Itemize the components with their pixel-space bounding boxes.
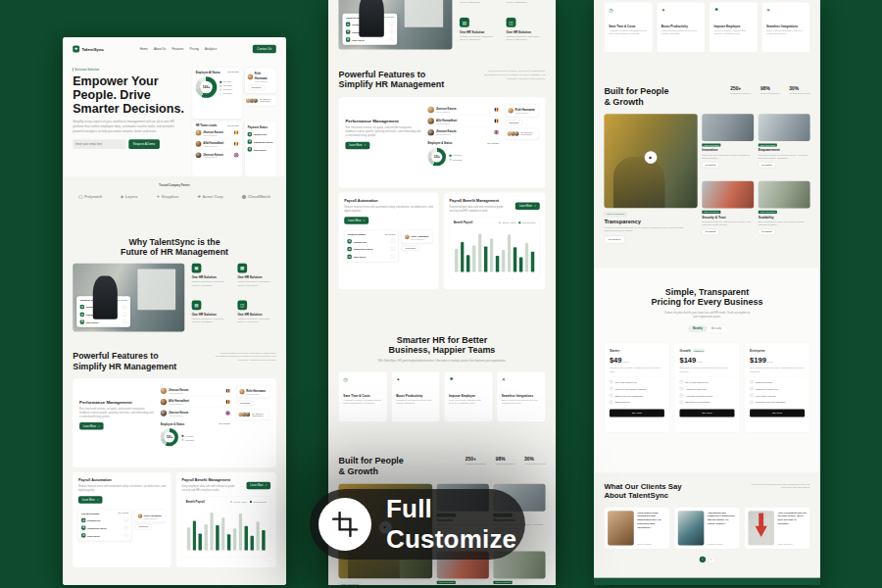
play-button[interactable]: ▶ bbox=[645, 151, 658, 164]
see-details-link[interactable]: See Details bbox=[487, 142, 499, 145]
payment-row: ▤ Transaction Payroll bbox=[248, 139, 273, 144]
partner-logo: ✦Sisyphus bbox=[157, 194, 179, 199]
hiring-partner-card: 35+ Employee hiring Partner bbox=[245, 96, 276, 106]
bar bbox=[490, 239, 493, 272]
team-member-row: Jhonson KarunaHR Recruitment bbox=[428, 126, 500, 137]
contact-us-button[interactable]: Contact Us bbox=[253, 45, 276, 54]
hero-dashboard-cards: Employee AI Status See Details 120+ Full… bbox=[192, 68, 275, 176]
hr-team-leads-card: HR Teams Leads See Details Jhonson Karun… bbox=[192, 122, 242, 176]
plus-button[interactable]: + bbox=[389, 22, 394, 26]
learn-more-button[interactable]: Learn More↗ bbox=[79, 422, 103, 429]
benefit-payroll-chart: Benefit Payroll Payroll Admin Multi Serv… bbox=[450, 217, 540, 278]
check-icon: ✓ bbox=[750, 401, 754, 405]
learn-more-button[interactable]: Learn More↗ bbox=[515, 203, 540, 211]
request-demo-button[interactable]: Request A Demo bbox=[128, 139, 160, 149]
plus-button[interactable]: + bbox=[389, 37, 394, 42]
toggle-monthly[interactable]: Monthly bbox=[688, 325, 707, 331]
recruitment-tag: Visible Recruitment bbox=[702, 143, 720, 146]
see-details-link[interactable]: See Details bbox=[227, 124, 239, 127]
bar bbox=[484, 246, 487, 271]
candidate-button[interactable]: Candidate bbox=[135, 524, 153, 529]
plus-button[interactable]: + bbox=[391, 247, 396, 252]
buy-now-button[interactable]: Buy Now bbox=[610, 410, 664, 417]
candidate-button[interactable]: Candidate bbox=[505, 120, 522, 125]
plus-button[interactable]: + bbox=[391, 239, 396, 244]
plus-button[interactable]: + bbox=[391, 255, 396, 260]
nav-link-analytics[interactable]: Analytics bbox=[205, 47, 217, 50]
benefit-card: ✦ Boost Productivity Managers and employ… bbox=[391, 371, 440, 422]
learn-more-button[interactable]: Learn More↗ bbox=[78, 496, 102, 503]
built-section: Built for People& Growth 250+Companies g… bbox=[594, 76, 820, 268]
get-started-button[interactable]: Get Started bbox=[702, 162, 718, 168]
payment-status-mini-card: Payment Status See Details ▤ Payment Due… bbox=[344, 230, 398, 262]
hourglass-icon: ◫ bbox=[507, 18, 516, 27]
buy-now-button[interactable]: Buy Now bbox=[750, 410, 805, 417]
see-details-link[interactable]: See Details bbox=[227, 71, 239, 74]
email-input[interactable] bbox=[73, 139, 125, 149]
nav-link-about[interactable]: About Us bbox=[154, 47, 166, 50]
hero-description: Simplify every aspect of your workforce … bbox=[73, 120, 184, 133]
card-title: Employee AI Status bbox=[196, 71, 220, 74]
pricing-title: Simple, TransparentPricing for Every Bus… bbox=[604, 287, 809, 308]
nav-link-home[interactable]: Home bbox=[140, 47, 148, 50]
next-button[interactable]: › bbox=[708, 557, 714, 564]
document-icon: ▤ bbox=[248, 147, 252, 151]
learn-more-button[interactable]: Learn More↗ bbox=[247, 482, 270, 489]
donut-value: 120+ bbox=[200, 81, 213, 94]
get-started-button[interactable]: Get Started bbox=[604, 236, 624, 244]
plus-button[interactable]: + bbox=[389, 29, 394, 34]
learn-more-button[interactable]: Learn More↗ bbox=[345, 142, 369, 150]
get-started-button[interactable]: Get Started bbox=[759, 229, 775, 235]
avatar bbox=[509, 108, 514, 113]
plus-button[interactable]: + bbox=[122, 312, 127, 317]
check-icon: ✓ bbox=[610, 401, 613, 405]
prev-button[interactable]: ‹ bbox=[700, 557, 706, 563]
candidate-card: Rishi HannawanPublic Speaker bbox=[236, 385, 270, 398]
avatar bbox=[405, 234, 410, 239]
candidate-button[interactable]: Candidate bbox=[236, 401, 254, 406]
buy-now-button[interactable]: Buy Now bbox=[679, 410, 734, 417]
hiring-partner-card: 35+ Employee hiring Partner bbox=[505, 128, 538, 139]
brand-logo[interactable]: ❖ TalentSync bbox=[73, 46, 104, 53]
full-customize-button[interactable]: Full Customize bbox=[310, 489, 525, 560]
benefit-card: ✕ Seamless Integrations Easily connect T… bbox=[497, 371, 546, 422]
get-started-button[interactable]: Get Started bbox=[702, 229, 718, 235]
billing-toggle[interactable]: Monthly Annually bbox=[687, 324, 727, 333]
candidate-button[interactable]: Candidate bbox=[402, 246, 419, 252]
learn-more-button[interactable]: Learn More↗ bbox=[344, 217, 368, 224]
cloud-icon: ⬤ bbox=[242, 194, 246, 199]
bar bbox=[508, 234, 511, 271]
clock-icon: ◷ bbox=[609, 7, 648, 13]
features-note: From recruitment to payroll, analytics t… bbox=[210, 351, 275, 362]
toggle-annually[interactable]: Annually bbox=[707, 325, 725, 331]
plus-button[interactable]: + bbox=[122, 305, 127, 310]
bar bbox=[239, 514, 242, 551]
plus-button[interactable]: + bbox=[122, 319, 127, 324]
smarter-section: Smarter HR for BetterBusiness, Happier T… bbox=[594, 0, 820, 76]
get-started-button[interactable]: Get Started bbox=[759, 162, 775, 168]
why-feature: ▤ One HR Solution Manage recruitment, on… bbox=[192, 301, 230, 332]
candidate-button[interactable]: Candidate bbox=[248, 85, 266, 90]
built-card: Visible Recruitment Innovation That's wh… bbox=[702, 114, 754, 176]
why-title: Why TalentSync is theFuture of HR Manage… bbox=[73, 237, 275, 258]
avatar bbox=[161, 399, 167, 405]
plus-icon: ✚ bbox=[197, 194, 200, 199]
brand-logo-icon: ❖ bbox=[73, 46, 79, 53]
plus-button[interactable]: + bbox=[123, 517, 128, 522]
recruitment-tag: Visible Recruitment bbox=[604, 212, 626, 216]
hiring-partner-note: 35+ Employee hiring Partner bbox=[260, 99, 274, 103]
nav-link-features[interactable]: Features bbox=[172, 47, 184, 50]
bar bbox=[245, 526, 248, 551]
bar bbox=[496, 256, 499, 272]
plan-card-growth: GrowthPOPULAR $149/month Designed for gr… bbox=[674, 343, 740, 433]
recruitment-tag: Visible Recruitment bbox=[338, 582, 361, 585]
nav-link-pricing[interactable]: Pricing bbox=[190, 47, 199, 50]
see-details-link[interactable]: See Details bbox=[219, 422, 230, 425]
card-photo bbox=[702, 181, 754, 209]
plus-button[interactable]: + bbox=[123, 533, 128, 538]
partner-logo: ✚Acme Corp bbox=[197, 194, 222, 199]
bar bbox=[227, 534, 230, 550]
arrow-icon: ↗ bbox=[534, 205, 536, 208]
plus-button[interactable]: + bbox=[123, 525, 128, 530]
recruitment-tag: Visible Recruitment bbox=[759, 211, 777, 214]
